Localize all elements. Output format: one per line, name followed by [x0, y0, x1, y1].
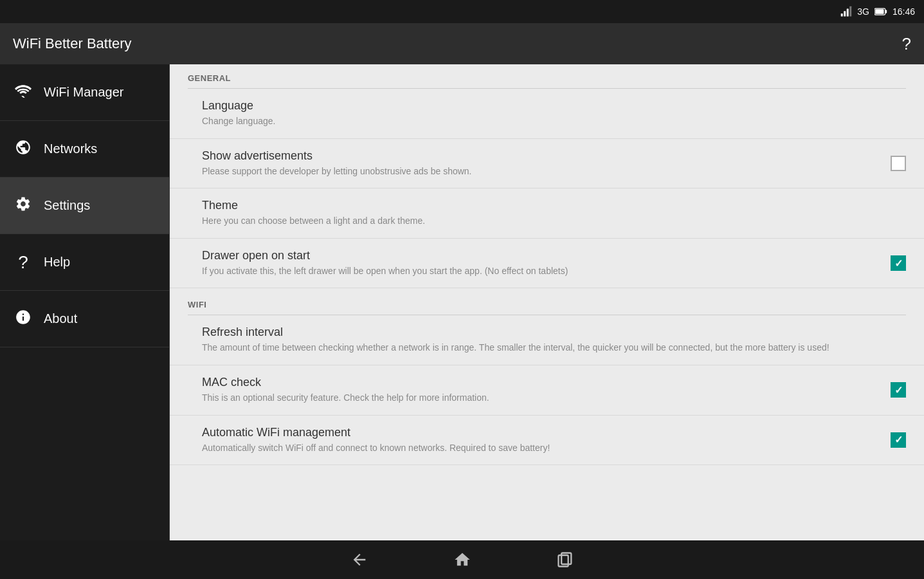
home-button[interactable] [449, 547, 475, 573]
mac-check-checkbox[interactable] [891, 382, 906, 398]
sidebar-settings-label: Settings [44, 198, 90, 213]
settings-item-drawer-open-on-start-text: Drawer open on start If you activate thi… [202, 249, 878, 278]
app-bar: WiFi Better Battery ? [0, 23, 924, 64]
automatic-wifi-management-checkbox[interactable] [891, 432, 906, 448]
sidebar: WiFi Manager Networks Settings ? Help [0, 64, 170, 540]
sidebar-about-label: About [44, 311, 77, 326]
sidebar-item-about[interactable]: About [0, 291, 169, 347]
svg-rect-1 [844, 11, 846, 16]
settings-item-language-text: Language Change language. [202, 99, 906, 128]
question-icon: ? [14, 252, 32, 273]
settings-item-theme-text: Theme Here you can choose between a ligh… [202, 199, 906, 228]
sidebar-item-wifi-manager[interactable]: WiFi Manager [0, 64, 169, 121]
settings-item-mac-check-title: MAC check [202, 376, 878, 389]
recents-button[interactable] [552, 547, 578, 573]
sidebar-networks-label: Networks [44, 142, 97, 156]
settings-item-language[interactable]: Language Change language. [170, 89, 924, 139]
main-layout: WiFi Manager Networks Settings ? Help [0, 64, 924, 540]
content-area: GENERAL Language Change language. Show a… [170, 64, 924, 540]
settings-item-drawer-open-on-start-title: Drawer open on start [202, 249, 878, 262]
settings-item-automatic-wifi-management-text: Automatic WiFi management Automatically … [202, 426, 878, 455]
sidebar-item-help[interactable]: ? Help [0, 234, 169, 291]
settings-item-mac-check-desc: This is an optional security feature. Ch… [202, 392, 878, 405]
settings-item-refresh-interval-title: Refresh interval [202, 326, 906, 339]
settings-item-drawer-open-on-start-desc: If you activate this, the left drawer wi… [202, 265, 878, 278]
drawer-open-on-start-checkbox-container[interactable] [891, 255, 906, 271]
settings-item-automatic-wifi-management-title: Automatic WiFi management [202, 426, 878, 439]
settings-item-language-title: Language [202, 99, 906, 113]
svg-rect-6 [885, 10, 887, 14]
clock: 16:46 [892, 6, 915, 17]
drawer-open-on-start-checkbox[interactable] [891, 255, 906, 271]
settings-item-language-desc: Change language. [202, 115, 906, 128]
gear-icon [14, 196, 32, 216]
help-button[interactable]: ? [902, 34, 911, 54]
signal-icon [840, 6, 852, 17]
settings-item-theme-title: Theme [202, 199, 906, 212]
svg-rect-2 [847, 9, 849, 17]
globe-icon [14, 139, 32, 160]
settings-item-theme-desc: Here you can choose between a light and … [202, 215, 906, 228]
svg-rect-0 [841, 14, 843, 17]
settings-item-show-advertisements[interactable]: Show advertisements Please support the d… [170, 139, 924, 189]
settings-item-refresh-interval-text: Refresh interval The amount of time betw… [202, 326, 906, 354]
show-advertisements-checkbox-container[interactable] [891, 156, 906, 171]
settings-item-theme[interactable]: Theme Here you can choose between a ligh… [170, 188, 924, 239]
section-header-general: GENERAL [170, 64, 924, 88]
battery-icon [874, 6, 887, 17]
settings-item-show-advertisements-text: Show advertisements Please support the d… [202, 149, 878, 178]
settings-item-refresh-interval[interactable]: Refresh interval The amount of time betw… [170, 315, 924, 365]
wifi-icon [14, 84, 32, 102]
settings-item-automatic-wifi-management-desc: Automatically switch WiFi off and connec… [202, 442, 878, 455]
settings-item-show-advertisements-title: Show advertisements [202, 149, 878, 163]
settings-item-mac-check[interactable]: MAC check This is an optional security f… [170, 365, 924, 416]
back-button[interactable] [347, 547, 372, 573]
settings-item-mac-check-text: MAC check This is an optional security f… [202, 376, 878, 405]
sidebar-item-networks[interactable]: Networks [0, 121, 169, 178]
mac-check-checkbox-container[interactable] [891, 382, 906, 398]
sidebar-help-label: Help [44, 255, 70, 270]
svg-rect-5 [875, 9, 883, 14]
section-header-wifi: WIFI [170, 291, 924, 315]
automatic-wifi-management-checkbox-container[interactable] [891, 432, 906, 448]
bottom-nav [0, 540, 924, 579]
settings-item-refresh-interval-desc: The amount of time between checking whet… [202, 342, 906, 354]
svg-rect-3 [850, 6, 852, 17]
network-type: 3G [857, 6, 869, 17]
info-icon [14, 309, 32, 329]
settings-item-show-advertisements-desc: Please support the developer by letting … [202, 165, 878, 178]
sidebar-wifi-manager-label: WiFi Manager [44, 85, 123, 100]
settings-item-automatic-wifi-management[interactable]: Automatic WiFi management Automatically … [170, 416, 924, 466]
status-bar: 3G 16:46 [0, 0, 924, 23]
sidebar-item-settings[interactable]: Settings [0, 178, 169, 234]
show-advertisements-checkbox[interactable] [891, 156, 906, 171]
app-title: WiFi Better Battery [13, 35, 132, 52]
settings-item-drawer-open-on-start[interactable]: Drawer open on start If you activate thi… [170, 239, 924, 289]
